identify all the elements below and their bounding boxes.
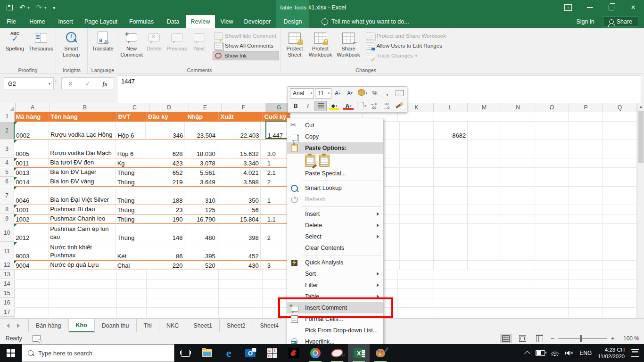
cell-E18[interactable] (186, 317, 219, 318)
cell-Q1[interactable] (603, 112, 637, 122)
cell-E12[interactable]: 520 (184, 261, 217, 270)
row-header-13[interactable]: 13 (0, 270, 15, 279)
close-button[interactable]: × (622, 0, 644, 15)
cell-F5[interactable]: 4.021 (217, 168, 261, 177)
cell-C8[interactable]: Thùng (116, 205, 146, 214)
font-name-select[interactable]: Arial▾ (290, 88, 314, 99)
cell-L10[interactable] (434, 224, 468, 242)
cell-E10[interactable]: 480 (184, 224, 217, 242)
menu-item-delete[interactable]: Delete (287, 220, 383, 231)
enter-icon[interactable]: ✓ (85, 80, 91, 87)
cell-P10[interactable] (569, 224, 603, 242)
protect-sheet-button[interactable]: Protect Sheet (283, 29, 306, 67)
cell-N17[interactable] (500, 308, 535, 317)
cell-F6[interactable]: 3.598 (217, 177, 261, 187)
cell-B9[interactable]: Pushmax Chanh leo (49, 214, 116, 224)
delete-comment-button[interactable]: Delete (143, 29, 165, 67)
cell-P11[interactable] (569, 242, 603, 261)
cell-Q11[interactable] (603, 242, 637, 261)
cell-A6[interactable]: 0014 (14, 177, 49, 187)
cell-K17[interactable] (398, 308, 432, 317)
cell-N7[interactable] (501, 187, 535, 205)
cell-K16[interactable] (398, 298, 432, 308)
cell-Q12[interactable] (603, 261, 637, 270)
cell-K13[interactable] (398, 270, 432, 280)
redo-dropdown-icon[interactable]: ▾ (44, 6, 46, 10)
row-header-15[interactable]: 15 (0, 289, 15, 298)
smart-lookup-button[interactable]: i Smart Lookup (58, 29, 84, 67)
cell-P5[interactable] (569, 168, 603, 177)
cell-B6[interactable]: Bia lon ĐV vàng (49, 177, 116, 187)
cell-C12[interactable]: Chai (116, 261, 146, 270)
cell-K8[interactable] (400, 205, 434, 214)
excel-taskbar-button[interactable]: X (348, 344, 370, 362)
battery-icon[interactable] (536, 350, 545, 356)
cell-P12[interactable] (569, 261, 603, 270)
cell-L14[interactable] (432, 280, 467, 289)
cell-M15[interactable] (466, 289, 500, 298)
sheet-tab-nkc[interactable]: NKC (159, 319, 186, 332)
fill-color-button[interactable]: ◆▾ (328, 101, 341, 111)
increase-decimal-button[interactable]: ←.0.00 (368, 101, 380, 111)
cell-M13[interactable] (466, 270, 500, 280)
cell-Q14[interactable] (603, 280, 637, 289)
menu-item-filter[interactable]: Filter (287, 280, 383, 291)
cell-E11[interactable]: 395 (184, 242, 217, 261)
cell-B12[interactable]: Nước ép quả Lựu (49, 261, 116, 270)
chrome-button[interactable] (305, 344, 326, 362)
cell-B1[interactable]: Tên hàng (49, 112, 117, 122)
tab-insert[interactable]: Insert (52, 15, 79, 28)
macro-record-icon[interactable] (33, 335, 41, 342)
tray-expand-icon[interactable] (524, 351, 530, 357)
column-header-Q[interactable]: Q (603, 103, 637, 112)
garena-button[interactable] (283, 344, 305, 362)
cell-F17[interactable] (219, 308, 263, 317)
cell-M1[interactable] (466, 112, 500, 122)
row-header-11[interactable]: 11 (0, 242, 14, 260)
row-header-7[interactable]: 7 (0, 187, 14, 205)
cell-M6[interactable] (468, 177, 501, 187)
cell-K2[interactable] (400, 122, 434, 140)
cell-F14[interactable] (219, 280, 263, 289)
bold-button[interactable]: B (290, 101, 301, 111)
cell-E13[interactable] (186, 270, 219, 280)
cell-O6[interactable] (535, 177, 569, 187)
cell-C1[interactable]: ĐVT (117, 112, 147, 122)
cell-M16[interactable] (466, 298, 500, 308)
cell-C10[interactable]: Thùng (116, 224, 146, 242)
cell-C11[interactable]: Két (116, 242, 146, 261)
task-view-button[interactable] (174, 344, 196, 362)
cell-O17[interactable] (534, 308, 569, 317)
cell-A9[interactable]: 1002 (14, 214, 49, 224)
normal-view-button[interactable] (500, 334, 512, 343)
cell-Q16[interactable] (603, 298, 637, 308)
zoom-out-button[interactable]: − (551, 335, 554, 342)
cell-O2[interactable] (535, 122, 569, 140)
cell-K4[interactable] (400, 158, 434, 168)
cell-P4[interactable] (569, 158, 603, 168)
new-comment-button[interactable]: + New Comment (120, 29, 143, 67)
cell-L18[interactable] (432, 317, 467, 318)
cell-A4[interactable]: 0011 (14, 158, 49, 168)
cell-B7[interactable]: Bia lon Đại Việt Silver (49, 187, 116, 205)
share-workbook-button[interactable]: ↔ Share Workbook (334, 29, 362, 67)
cell-O3[interactable] (535, 140, 569, 158)
cell-O13[interactable] (534, 270, 569, 280)
sheet-tab-sheet4[interactable]: Sheet4 (253, 319, 287, 332)
cell-O12[interactable] (535, 261, 569, 270)
minimize-button[interactable] (579, 0, 601, 15)
cell-A16[interactable] (15, 298, 49, 308)
cell-D4[interactable]: 423 (145, 158, 184, 168)
thesaurus-button[interactable]: Thesaurus (28, 29, 54, 67)
cell-O15[interactable] (534, 289, 569, 298)
unikey-button[interactable]: uin (261, 344, 283, 362)
sheet-tab-doanh-thu[interactable]: Doanh thu (95, 319, 137, 332)
cell-P17[interactable] (569, 308, 603, 317)
insert-function-icon[interactable]: fx (102, 80, 107, 88)
cell-O8[interactable] (535, 205, 569, 214)
paint-button[interactable] (370, 344, 391, 362)
cell-M3[interactable] (468, 140, 501, 158)
column-header-F[interactable]: F (222, 103, 266, 112)
cell-B14[interactable] (49, 280, 117, 289)
outlook-button[interactable]: O (239, 344, 261, 362)
